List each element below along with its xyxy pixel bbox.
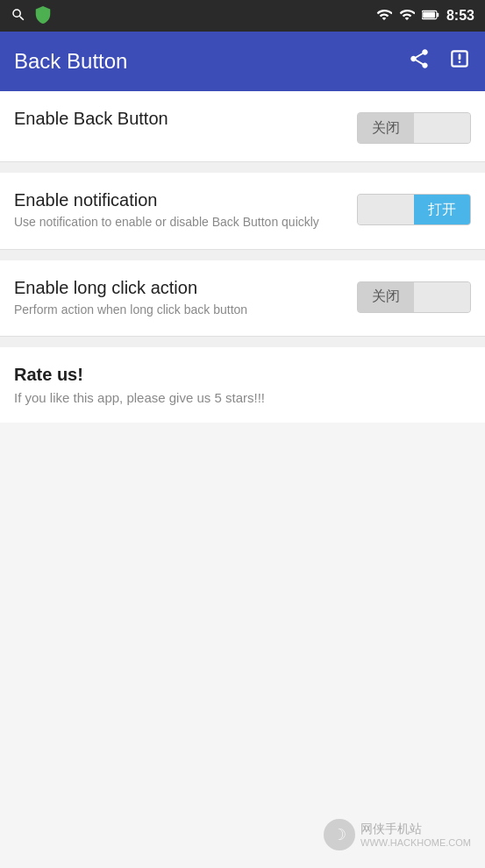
shield-icon — [33, 5, 53, 27]
share-icon[interactable] — [408, 47, 431, 75]
enable-notification-title: Enable notification — [14, 190, 343, 210]
search-icon — [11, 7, 26, 25]
status-time: 8:53 — [446, 8, 474, 24]
svg-rect-2 — [423, 11, 435, 18]
app-bar: Back Button — [0, 32, 485, 91]
toggle-on-label-lc-inactive — [414, 282, 470, 312]
enable-long-click-control: 关闭 — [357, 281, 471, 313]
enable-long-click-row: Enable long click action Perform action … — [0, 260, 485, 338]
rate-us-title: Rate us! — [14, 365, 471, 385]
toggle-off-label-inactive — [358, 195, 414, 224]
notification-icon[interactable] — [448, 47, 471, 75]
toggle-off-label-lc: 关闭 — [358, 282, 414, 312]
rate-us-subtitle: If you like this app, please give us 5 s… — [14, 390, 471, 405]
enable-long-click-subtitle: Perform action when long click back butt… — [14, 302, 343, 319]
watermark-sub: WWW.HACKHOME.COM — [360, 837, 471, 848]
watermark-main: 网侠手机站 — [360, 822, 471, 837]
divider-3 — [0, 337, 485, 347]
enable-back-button-row: Enable Back Button 关闭 — [0, 91, 485, 162]
content: Enable Back Button 关闭 Enable notificatio… — [0, 91, 485, 868]
app-bar-actions — [408, 47, 471, 75]
watermark-text: 网侠手机站 WWW.HACKHOME.COM — [360, 822, 471, 848]
svg-point-5 — [459, 60, 461, 63]
enable-back-button-title: Enable Back Button — [14, 109, 343, 129]
rate-us-section[interactable]: Rate us! If you like this app, please gi… — [0, 347, 485, 423]
app-title: Back Button — [14, 49, 127, 74]
status-bar: 8:53 — [0, 0, 485, 32]
enable-back-button-control: 关闭 — [357, 112, 471, 144]
watermark-icon: ☽ — [324, 819, 355, 850]
divider-1 — [0, 162, 485, 173]
enable-back-button-text: Enable Back Button — [14, 109, 357, 132]
watermark: ☽ 网侠手机站 WWW.HACKHOME.COM — [324, 819, 471, 850]
toggle-off-label: 关闭 — [358, 113, 414, 143]
enable-notification-text: Enable notification Use notification to … — [14, 190, 357, 231]
toggle-on-label: 打开 — [414, 195, 470, 224]
toggle-on-label-inactive — [414, 113, 470, 143]
divider-2 — [0, 250, 485, 260]
enable-long-click-text: Enable long click action Perform action … — [14, 278, 357, 319]
signal-icon — [399, 7, 415, 25]
status-bar-left — [11, 5, 53, 27]
status-bar-right: 8:53 — [376, 7, 474, 25]
wifi-icon — [376, 7, 392, 25]
enable-notification-control: 打开 — [357, 194, 471, 225]
enable-long-click-title: Enable long click action — [14, 278, 343, 298]
enable-back-button-toggle[interactable]: 关闭 — [357, 112, 471, 144]
enable-notification-row: Enable notification Use notification to … — [0, 173, 485, 250]
svg-rect-1 — [437, 12, 439, 17]
battery-icon — [422, 9, 439, 24]
enable-long-click-toggle[interactable]: 关闭 — [357, 281, 471, 313]
enable-notification-subtitle: Use notification to enable or disable Ba… — [14, 214, 343, 231]
enable-notification-toggle[interactable]: 打开 — [357, 194, 471, 225]
